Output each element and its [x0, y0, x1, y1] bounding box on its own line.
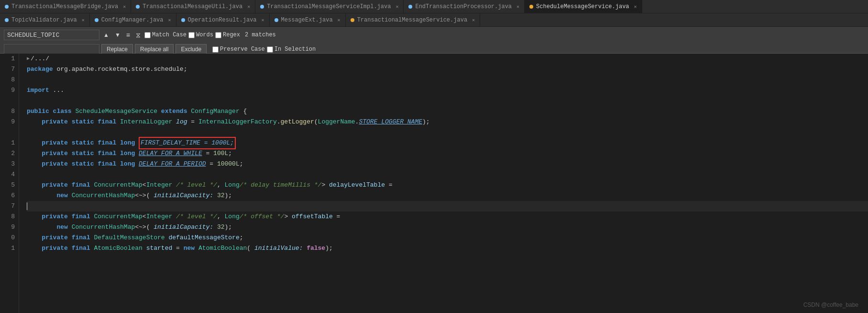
tab-label: ConfigManager.java — [101, 17, 164, 23]
tab-TransactionalMessageUtil[interactable]: TransactionalMessageUtil.java ✕ — [131, 0, 255, 13]
tab-label: TransactionalMessageUtil.java — [143, 3, 242, 10]
code-line: new ConcurrentHashMap <~>( initialCapaci… — [27, 222, 868, 233]
tab-MessageExt[interactable]: MessageExt.java ✕ — [270, 13, 346, 27]
tab-bar-second: TopicValidator.java ✕ ConfigManager.java… — [0, 13, 868, 27]
tab-close-active[interactable]: ✕ — [634, 4, 637, 10]
tab-dot — [275, 18, 278, 22]
tab-close[interactable]: ✕ — [168, 17, 171, 23]
tab-label-active: ScheduleMessageService.java — [536, 3, 629, 10]
tab-dot — [95, 18, 99, 22]
tab-EndTransactionProcessor[interactable]: EndTransactionProcessor.java ✕ — [404, 0, 525, 13]
tab-label: TransactionalMessageServiceImpl.java — [267, 3, 391, 10]
tab-TransactionalMessageService[interactable]: TransactionalMessageService.java ✕ — [346, 13, 480, 27]
tab-close[interactable]: ✕ — [262, 17, 264, 23]
tab-label: TopicValidator.java — [11, 17, 77, 23]
search-input[interactable] — [4, 30, 99, 40]
search-bar: ▲ ▼ ≡ ⧖ Match Case Words Regex 2 matches… — [0, 27, 868, 54]
code-line — [27, 169, 868, 180]
tab-label: OperationResult.java — [188, 17, 257, 23]
tab-close[interactable]: ✕ — [247, 4, 250, 10]
words-checkbox[interactable] — [188, 32, 195, 38]
code-line: private final DefaultMessageStore defaul… — [27, 233, 868, 243]
cursor — [27, 202, 27, 210]
preserve-case-checkbox[interactable] — [212, 46, 219, 53]
code-line: public class ScheduleMessageService exte… — [27, 106, 868, 117]
tab-dot — [136, 5, 140, 9]
code-line: ▶ /.../ — [27, 54, 868, 64]
filter-button[interactable]: ⧖ — [134, 30, 143, 40]
words-label[interactable]: Words — [188, 32, 213, 38]
code-line: private static final long DELAY_FOR_A_PE… — [27, 159, 868, 169]
tab-label: TransactionalMessageBridge.java — [11, 3, 118, 10]
code-area: 1 7 8 9 8 9 1 2 3 4 5 6 7 8 9 0 1 ▶ /...… — [0, 54, 868, 313]
preserve-case-label[interactable]: Preserve Case — [212, 46, 265, 53]
code-line: private static final long FIRST_DELAY_TI… — [27, 138, 868, 148]
exclude-button[interactable]: Exclude — [176, 44, 207, 55]
words-text: Words — [196, 32, 213, 38]
tab-dot-orange — [351, 18, 354, 22]
replace-all-button[interactable]: Replace all — [135, 44, 174, 55]
tab-dot-active — [529, 5, 533, 9]
tab-dot — [181, 18, 185, 22]
tab-close[interactable]: ✕ — [82, 17, 85, 23]
toggle-replace-button[interactable]: ≡ — [124, 30, 132, 40]
preserve-case-text: Preserve Case — [220, 46, 265, 53]
highlight-box: FIRST_DELAY_TIME = 1000L; — [139, 137, 236, 149]
tab-close[interactable]: ✕ — [396, 4, 398, 10]
code-line-cursor — [27, 201, 868, 212]
line-numbers: 1 7 8 9 8 9 1 2 3 4 5 6 7 8 9 0 1 — [0, 54, 19, 313]
code-line: package org.apache.rocketmq.store.schedu… — [27, 64, 868, 75]
search-row-1: ▲ ▼ ≡ ⧖ Match Case Words Regex 2 matches — [4, 29, 864, 41]
tab-label: EndTransactionProcessor.java — [415, 3, 512, 10]
tab-dot — [408, 5, 412, 9]
next-match-button[interactable]: ▼ — [113, 31, 122, 39]
in-selection-text: In Selection — [275, 46, 316, 53]
replace-input[interactable] — [4, 44, 99, 55]
matches-count: 2 matches — [245, 32, 276, 38]
match-case-checkbox[interactable] — [144, 32, 151, 38]
watermark: CSDN @coffee_babe — [803, 302, 858, 308]
tab-TransactionalMessageBridge[interactable]: TransactionalMessageBridge.java ✕ — [0, 0, 131, 13]
code-line: private static final long DELAY_FOR_A_WH… — [27, 148, 868, 159]
tab-TransactionalMessageServiceImpl[interactable]: TransactionalMessageServiceImpl.java ✕ — [255, 0, 404, 13]
code-line: private final ConcurrentMap < Integer /*… — [27, 212, 868, 222]
tab-dot — [260, 5, 264, 9]
code-line: import ... — [27, 85, 868, 96]
code-line — [27, 75, 868, 85]
code-line — [27, 96, 868, 106]
tab-close[interactable]: ✕ — [338, 17, 341, 23]
tab-label: MessageExt.java — [281, 17, 333, 23]
code-line: private final ConcurrentMap < Integer /*… — [27, 180, 868, 190]
regex-label[interactable]: Regex — [215, 32, 240, 38]
tab-OperationResult[interactable]: OperationResult.java ✕ — [176, 13, 270, 27]
code-line — [27, 127, 868, 138]
tab-close[interactable]: ✕ — [472, 17, 475, 23]
tab-bar-top: TransactionalMessageBridge.java ✕ Transa… — [0, 0, 868, 13]
in-selection-label[interactable]: In Selection — [267, 46, 316, 53]
in-selection-checkbox[interactable] — [267, 46, 273, 53]
tab-dot — [5, 18, 9, 22]
tab-dot — [5, 5, 9, 9]
match-case-label[interactable]: Match Case — [144, 32, 187, 38]
code-content[interactable]: ▶ /.../ package org.apache.rocketmq.stor… — [19, 54, 868, 313]
prev-match-button[interactable]: ▲ — [101, 31, 111, 39]
tab-label: TransactionalMessageService.java — [357, 17, 467, 23]
tab-close[interactable]: ✕ — [123, 4, 126, 10]
match-case-text: Match Case — [152, 32, 187, 38]
tab-ConfigManager[interactable]: ConfigManager.java ✕ — [90, 13, 176, 27]
regex-checkbox[interactable] — [215, 32, 221, 38]
code-line: private final AtomicBoolean started = ne… — [27, 243, 868, 254]
replace-button[interactable]: Replace — [101, 44, 133, 55]
tab-close[interactable]: ✕ — [516, 4, 519, 10]
tab-TopicValidator[interactable]: TopicValidator.java ✕ — [0, 13, 90, 27]
regex-text: Regex — [223, 32, 240, 38]
code-line: private static final InternalLogger log … — [27, 117, 868, 127]
fold-icon[interactable]: ▶ — [27, 54, 30, 64]
code-line: new ConcurrentHashMap <~>( initialCapaci… — [27, 190, 868, 201]
tab-ScheduleMessageService[interactable]: ScheduleMessageService.java ✕ — [525, 0, 642, 13]
